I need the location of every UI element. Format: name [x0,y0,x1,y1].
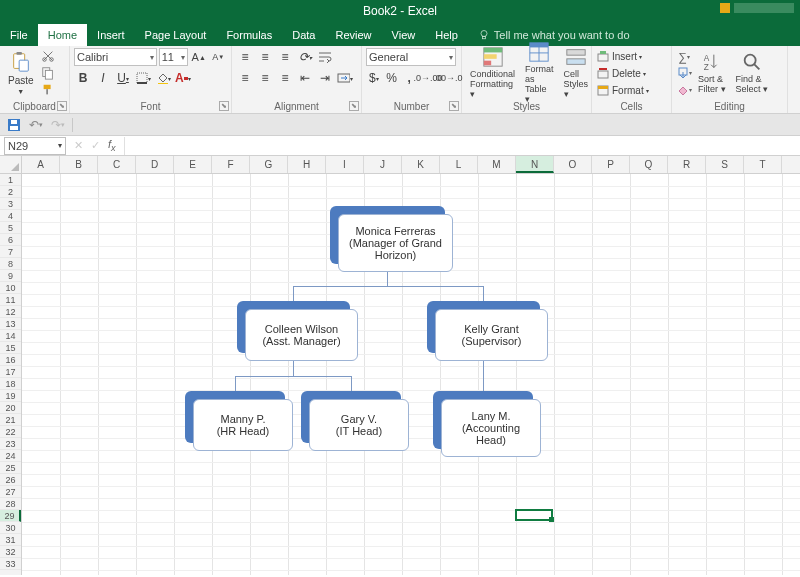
row-header-31[interactable]: 31 [0,534,21,546]
sort-filter-button[interactable]: AZ Sort &Filter ▾ [694,49,730,97]
format-as-table-button[interactable]: Format asTable ▾ [521,39,558,107]
column-header-L[interactable]: L [440,156,478,173]
increase-indent-button[interactable]: ⇥ [316,69,334,87]
cell-styles-button[interactable]: CellStyles ▾ [560,44,593,102]
clear-button[interactable]: ▾ [676,82,692,97]
paste-button[interactable]: Paste ▼ [4,49,38,97]
column-header-D[interactable]: D [136,156,174,173]
column-header-I[interactable]: I [326,156,364,173]
save-button[interactable] [6,117,22,133]
row-header-27[interactable]: 27 [0,486,21,498]
tab-home[interactable]: Home [38,24,87,46]
org-node-lany[interactable]: Lany M.(Accounting Head) [433,391,533,449]
orientation-button[interactable]: ⟳▾ [296,48,314,66]
tab-review[interactable]: Review [325,24,381,46]
row-header-18[interactable]: 18 [0,378,21,390]
column-header-F[interactable]: F [212,156,250,173]
row-header-25[interactable]: 25 [0,462,21,474]
tab-view[interactable]: View [382,24,426,46]
column-header-H[interactable]: H [288,156,326,173]
redo-button[interactable]: ↷▾ [50,117,66,133]
format-painter-button[interactable] [40,82,56,98]
number-format-select[interactable]: General▾ [366,48,456,66]
row-header-13[interactable]: 13 [0,318,21,330]
org-node-monica[interactable]: Monica Ferreras(Manager of Grand Horizon… [330,206,445,264]
row-header-15[interactable]: 15 [0,342,21,354]
bold-button[interactable]: B [74,69,92,87]
row-header-19[interactable]: 19 [0,390,21,402]
accounting-button[interactable]: $▾ [366,69,382,87]
column-header-G[interactable]: G [250,156,288,173]
row-header-8[interactable]: 8 [0,258,21,270]
merge-button[interactable]: ▾ [336,69,354,87]
row-header-22[interactable]: 22 [0,426,21,438]
row-header-20[interactable]: 20 [0,402,21,414]
font-dialog-launcher[interactable]: ⬊ [219,101,229,111]
row-header-12[interactable]: 12 [0,306,21,318]
row-header-21[interactable]: 21 [0,414,21,426]
shrink-font-button[interactable]: A▼ [209,48,227,66]
enter-formula-button[interactable]: ✓ [91,139,100,152]
row-header-33[interactable]: 33 [0,558,21,570]
row-header-7[interactable]: 7 [0,246,21,258]
cancel-formula-button[interactable]: ✕ [74,139,83,152]
column-header-Q[interactable]: Q [630,156,668,173]
column-header-N[interactable]: N [516,156,554,173]
fx-button[interactable]: fx [108,138,116,153]
row-header-9[interactable]: 9 [0,270,21,282]
user-name[interactable] [734,3,794,13]
tab-insert[interactable]: Insert [87,24,135,46]
font-name-select[interactable]: Calibri▾ [74,48,157,66]
row-header-26[interactable]: 26 [0,474,21,486]
align-bottom-button[interactable]: ≡ [276,48,294,66]
grow-font-button[interactable]: A▲ [190,48,208,66]
wrap-text-button[interactable] [316,48,334,66]
align-middle-button[interactable]: ≡ [256,48,274,66]
org-node-manny[interactable]: Manny P.(HR Head) [185,391,285,443]
org-node-colleen[interactable]: Colleen Wilson(Asst. Manager) [237,301,350,353]
find-select-button[interactable]: Find &Select ▾ [732,49,773,97]
percent-button[interactable]: % [384,69,400,87]
align-left-button[interactable]: ≡ [236,69,254,87]
tab-help[interactable]: Help [425,24,468,46]
select-all-corner[interactable] [0,156,22,174]
tab-formulas[interactable]: Formulas [216,24,282,46]
org-node-gary[interactable]: Gary V.(IT Head) [301,391,401,443]
row-header-6[interactable]: 6 [0,234,21,246]
row-header-16[interactable]: 16 [0,354,21,366]
fill-color-button[interactable]: ▾ [154,69,172,87]
tab-page-layout[interactable]: Page Layout [135,24,217,46]
borders-button[interactable]: ▾ [134,69,152,87]
column-header-M[interactable]: M [478,156,516,173]
row-header-24[interactable]: 24 [0,450,21,462]
row-header-1[interactable]: 1 [0,174,21,186]
underline-button[interactable]: U▾ [114,69,132,87]
italic-button[interactable]: I [94,69,112,87]
column-header-E[interactable]: E [174,156,212,173]
row-header-4[interactable]: 4 [0,210,21,222]
row-header-10[interactable]: 10 [0,282,21,294]
formula-input[interactable] [124,137,800,155]
alignment-dialog-launcher[interactable]: ⬊ [349,101,359,111]
align-center-button[interactable]: ≡ [256,69,274,87]
column-header-R[interactable]: R [668,156,706,173]
cut-button[interactable] [40,48,56,64]
row-header-29[interactable]: 29 [0,510,21,522]
tab-data[interactable]: Data [282,24,325,46]
decrease-decimal-button[interactable]: .00→.0 [439,69,457,87]
row-header-5[interactable]: 5 [0,222,21,234]
column-header-B[interactable]: B [60,156,98,173]
insert-cells-button[interactable]: Insert ▾ [596,48,667,64]
row-headers[interactable]: 1234567891011121314151617181920212223242… [0,174,22,575]
row-header-14[interactable]: 14 [0,330,21,342]
fill-button[interactable]: ▾ [676,65,692,80]
align-right-button[interactable]: ≡ [276,69,294,87]
row-header-28[interactable]: 28 [0,498,21,510]
number-dialog-launcher[interactable]: ⬊ [449,101,459,111]
column-header-K[interactable]: K [402,156,440,173]
row-header-17[interactable]: 17 [0,366,21,378]
column-header-T[interactable]: T [744,156,782,173]
row-header-3[interactable]: 3 [0,198,21,210]
row-header-11[interactable]: 11 [0,294,21,306]
autosum-button[interactable]: ∑▾ [676,49,692,64]
